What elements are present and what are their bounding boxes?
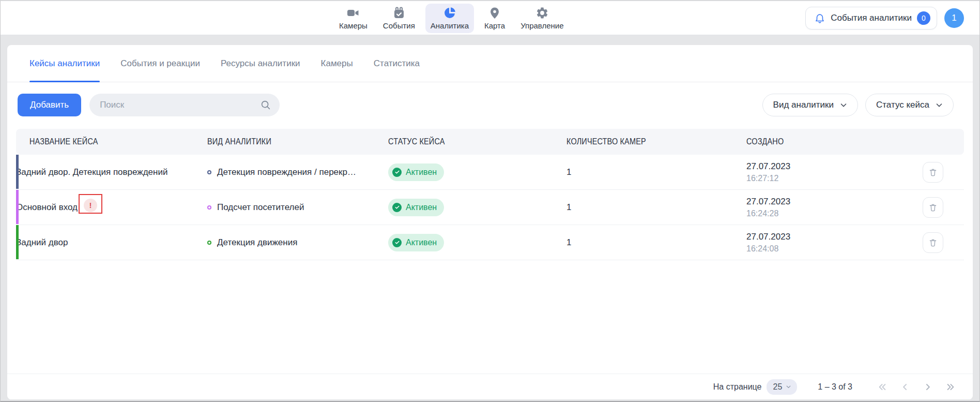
analytics-panel: Кейсы аналитики События и реакции Ресурс… xyxy=(7,45,973,399)
app-window: Камеры События Аналитика xyxy=(0,0,980,402)
table-row[interactable]: Задний двор Детекция движения Активен 1 xyxy=(16,225,964,260)
analytics-type-label: Детекция повреждения / перекр… xyxy=(217,167,356,177)
alert-highlight-box: ! xyxy=(79,194,102,214)
nav-item-cameras[interactable]: Камеры xyxy=(334,4,373,33)
map-pin-icon xyxy=(488,6,501,20)
created-at: 27.07.2023 16:24:28 xyxy=(746,197,923,218)
col-header-case-status: СТАТУС КЕЙСА xyxy=(388,137,566,147)
tab-events-reactions[interactable]: События и реакции xyxy=(120,45,200,82)
tab-cameras[interactable]: Камеры xyxy=(321,45,353,82)
first-page-button[interactable] xyxy=(877,382,887,392)
search-input[interactable] xyxy=(100,100,260,110)
nav-label-events: События xyxy=(383,21,415,30)
case-status-filter-label: Статус кейса xyxy=(876,100,929,110)
prev-page-button[interactable] xyxy=(900,382,910,392)
case-status: Активен xyxy=(388,234,566,251)
created-time: 16:27:12 xyxy=(746,174,923,183)
analytics-type-filter[interactable]: Вид аналитики xyxy=(762,94,858,116)
last-page-button[interactable] xyxy=(945,382,956,392)
delete-button[interactable] xyxy=(923,232,943,253)
video-camera-icon xyxy=(346,6,360,20)
case-name-text: Задний двор. Детекция повреждений xyxy=(16,167,167,177)
row-actions xyxy=(923,197,964,218)
created-time: 16:24:28 xyxy=(746,209,923,218)
case-name: Задний двор xyxy=(16,237,207,248)
analytics-events-button[interactable]: События аналитики 0 xyxy=(805,7,937,29)
events-count-badge: 0 xyxy=(917,11,930,25)
col-header-analytics-type: ВИД АНАЛИТИКИ xyxy=(207,137,388,147)
analytics-events-label: События аналитики xyxy=(831,13,912,23)
analytics-type-dot xyxy=(207,241,211,245)
nav-item-map[interactable]: Карта xyxy=(479,4,510,33)
cases-table: НАЗВАНИЕ КЕЙСА ВИД АНАЛИТИКИ СТАТУС КЕЙС… xyxy=(16,129,964,260)
toolbar: Добавить Вид аналитики Статус кейса xyxy=(7,82,973,129)
trash-icon xyxy=(928,203,938,212)
per-page-value: 25 xyxy=(773,382,782,392)
table-row[interactable]: Задний двор. Детекция повреждений Детекц… xyxy=(16,155,964,190)
created-time: 16:24:08 xyxy=(746,244,923,254)
add-button[interactable]: Добавить xyxy=(18,94,81,116)
camera-count: 1 xyxy=(566,237,746,248)
status-badge: Активен xyxy=(388,234,444,251)
trash-icon xyxy=(928,238,938,247)
pie-chart-icon xyxy=(443,6,456,20)
double-chevron-right-icon xyxy=(945,382,956,392)
chevron-down-icon xyxy=(935,100,944,110)
status-label: Активен xyxy=(406,203,437,212)
created-date: 27.07.2023 xyxy=(746,197,923,207)
user-avatar[interactable]: 1 xyxy=(944,8,964,28)
status-check-icon xyxy=(392,238,402,247)
row-actions xyxy=(923,232,964,253)
nav-item-management[interactable]: Управление xyxy=(515,4,569,33)
table-row[interactable]: Основной вход ! Подсчет посетителей Акти… xyxy=(16,190,964,225)
created-date: 27.07.2023 xyxy=(746,232,923,242)
analytics-type: Детекция движения xyxy=(207,237,388,248)
created-at: 27.07.2023 16:24:08 xyxy=(746,232,923,254)
calendar-check-icon xyxy=(392,6,406,20)
tab-bar: Кейсы аналитики События и реакции Ресурс… xyxy=(7,45,973,82)
per-page-select[interactable]: 25 xyxy=(767,379,797,395)
status-badge: Активен xyxy=(388,199,444,216)
nav-label-analytics: Аналитика xyxy=(431,21,469,30)
tab-analytics-cases[interactable]: Кейсы аналитики xyxy=(29,45,100,82)
delete-button[interactable] xyxy=(923,197,943,218)
top-right-group: События аналитики 0 1 xyxy=(805,7,964,29)
analytics-type: Детекция повреждения / перекр… xyxy=(207,167,388,177)
pagination-bar: На странице 25 1 – 3 of 3 xyxy=(7,374,973,399)
case-status-filter[interactable]: Статус кейса xyxy=(865,94,954,116)
main-navigation: Камеры События Аналитика xyxy=(334,4,569,33)
case-status: Активен xyxy=(388,163,566,181)
filters-group: Вид аналитики Статус кейса xyxy=(762,94,954,116)
delete-button[interactable] xyxy=(923,162,943,183)
nav-label-management-map: Карта xyxy=(484,21,505,30)
analytics-type-dot xyxy=(207,205,211,210)
row-accent-bar xyxy=(16,190,19,224)
col-header-created: СОЗДАНО xyxy=(746,137,923,147)
created-at: 27.07.2023 16:27:12 xyxy=(746,161,923,183)
analytics-type-dot xyxy=(207,170,211,174)
col-header-case-name: НАЗВАНИЕ КЕЙСА xyxy=(16,137,207,147)
warning-icon: ! xyxy=(84,199,97,212)
case-name-text: Основной вход xyxy=(16,202,78,213)
status-badge: Активен xyxy=(388,163,444,181)
tab-statistics[interactable]: Статистика xyxy=(374,45,420,82)
chevron-right-icon xyxy=(923,382,933,392)
double-chevron-left-icon xyxy=(877,382,887,392)
status-label: Активен xyxy=(406,168,437,177)
case-status: Активен xyxy=(388,199,566,216)
nav-label-cameras: Камеры xyxy=(339,21,368,30)
status-check-icon xyxy=(392,168,402,177)
tab-analytics-resources[interactable]: Ресурсы аналитики xyxy=(221,45,300,82)
chevron-left-icon xyxy=(900,382,910,392)
camera-count: 1 xyxy=(566,202,746,213)
bell-icon xyxy=(814,12,825,24)
nav-item-analytics[interactable]: Аналитика xyxy=(425,4,474,33)
nav-item-events[interactable]: События xyxy=(378,4,420,33)
table-header: НАЗВАНИЕ КЕЙСА ВИД АНАЛИТИКИ СТАТУС КЕЙС… xyxy=(16,129,964,155)
gear-icon xyxy=(535,6,549,20)
next-page-button[interactable] xyxy=(923,382,933,392)
analytics-type-filter-label: Вид аналитики xyxy=(773,100,834,110)
case-name: Основной вход ! xyxy=(16,198,207,217)
row-accent-bar xyxy=(16,155,19,189)
search-field[interactable] xyxy=(89,94,280,116)
